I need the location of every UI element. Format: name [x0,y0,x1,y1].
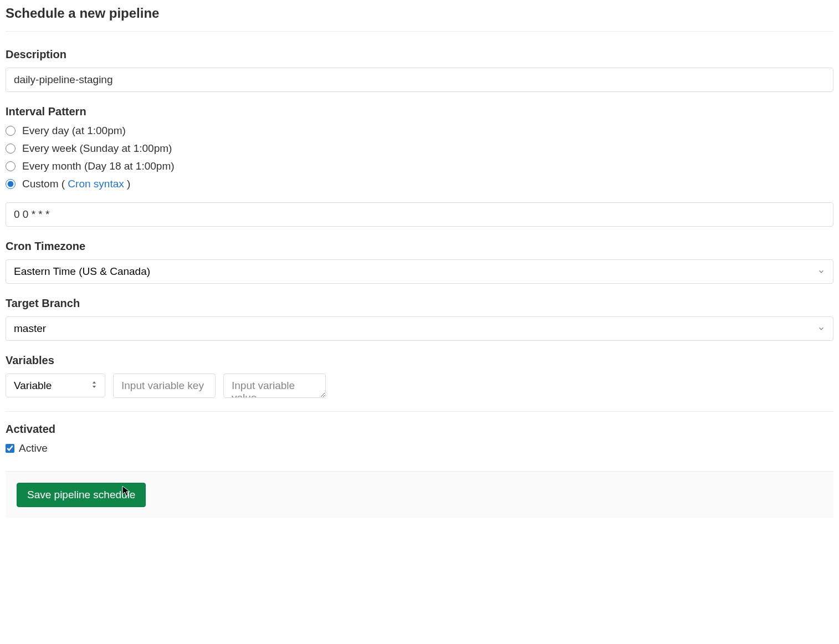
timezone-value: Eastern Time (US & Canada) [14,265,150,278]
cron-syntax-link[interactable]: Cron syntax [68,178,124,190]
interval-radio-custom[interactable] [6,179,16,189]
page-title: Schedule a new pipeline [6,6,833,32]
custom-prefix: Custom ( [22,178,68,190]
interval-row-day: Every day (at 1:00pm) [6,125,833,137]
chevron-down-icon [817,268,825,275]
timezone-label: Cron Timezone [6,240,833,253]
timezone-group: Cron Timezone Eastern Time (US & Canada) [6,240,833,284]
active-checkbox[interactable] [6,444,14,453]
interval-label: Interval Pattern [6,105,833,118]
cron-input[interactable] [6,202,833,227]
interval-radio-day[interactable] [6,126,16,136]
variable-value-input[interactable] [223,374,326,398]
interval-option-week[interactable]: Every week (Sunday at 1:00pm) [22,142,172,155]
interval-group: Interval Pattern Every day (at 1:00pm) E… [6,105,833,227]
active-checkbox-row: Active [6,442,833,454]
activated-group: Activated Active [6,423,833,454]
timezone-select[interactable]: Eastern Time (US & Canada) [6,259,833,284]
custom-suffix: ) [124,178,131,190]
variables-row: Variable [6,374,833,398]
save-button[interactable]: Save pipeline schedule [17,483,146,507]
variable-type-select[interactable]: Variable [6,374,105,397]
branch-group: Target Branch master [6,297,833,341]
variable-key-input[interactable] [113,374,216,398]
branch-select[interactable]: master [6,316,833,341]
interval-radio-month[interactable] [6,161,16,171]
interval-option-day[interactable]: Every day (at 1:00pm) [22,125,126,137]
description-group: Description [6,48,833,92]
interval-row-month: Every month (Day 18 at 1:00pm) [6,160,833,172]
active-checkbox-label[interactable]: Active [19,442,48,454]
description-input[interactable] [6,68,833,92]
interval-option-month[interactable]: Every month (Day 18 at 1:00pm) [22,160,175,172]
interval-row-custom: Custom ( Cron syntax ) [6,178,833,190]
chevron-down-icon [817,325,825,333]
branch-label: Target Branch [6,297,833,310]
button-area: Save pipeline schedule [6,471,833,518]
variables-label: Variables [6,354,833,367]
interval-radio-week[interactable] [6,144,16,154]
divider [6,411,833,412]
description-label: Description [6,48,833,61]
interval-row-week: Every week (Sunday at 1:00pm) [6,142,833,155]
activated-label: Activated [6,423,833,436]
branch-value: master [14,323,46,335]
variables-group: Variables Variable [6,354,833,398]
interval-option-custom[interactable]: Custom ( Cron syntax ) [22,178,130,190]
